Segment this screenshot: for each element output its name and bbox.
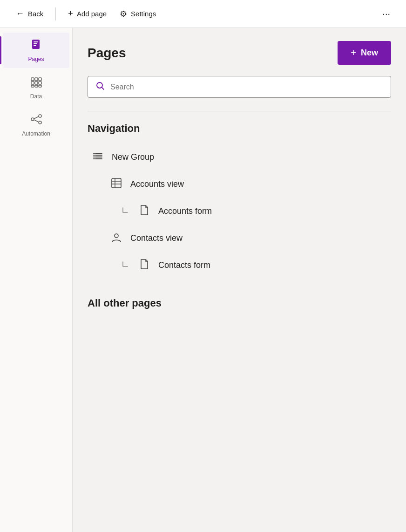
settings-label: Settings [131, 10, 156, 18]
svg-rect-6 [39, 78, 41, 81]
all-other-pages-section: All other pages [88, 297, 391, 309]
sidebar-item-data[interactable]: Data [3, 70, 69, 105]
svg-rect-3 [34, 45, 36, 46]
svg-rect-28 [112, 178, 121, 188]
contacts-form-label: Contacts form [158, 260, 210, 270]
search-input[interactable] [110, 83, 383, 91]
back-icon: ← [16, 9, 24, 19]
nav-item-contacts-view[interactable]: Contacts view [88, 225, 391, 252]
new-button-icon: + [351, 48, 356, 58]
back-label: Back [28, 10, 43, 18]
svg-rect-2 [34, 43, 37, 44]
add-page-label: Add page [77, 10, 107, 18]
nav-item-accounts-form[interactable]: Accounts form [88, 198, 391, 225]
svg-point-14 [39, 115, 41, 117]
svg-point-32 [115, 234, 118, 238]
all-other-pages-title: All other pages [88, 297, 391, 309]
pages-header: Pages + New [88, 41, 391, 65]
svg-rect-7 [31, 82, 34, 84]
sidebar-item-pages[interactable]: Pages [3, 33, 69, 68]
sidebar-data-label: Data [30, 93, 42, 100]
search-container [88, 76, 391, 98]
accounts-view-label: Accounts view [130, 179, 184, 189]
svg-line-19 [102, 88, 104, 90]
more-button[interactable]: ··· [378, 6, 395, 22]
svg-rect-9 [39, 82, 41, 84]
sidebar-item-automation[interactable]: Automation [3, 107, 69, 143]
svg-rect-11 [35, 85, 38, 87]
contacts-form-arrow-icon [121, 260, 130, 271]
pages-icon [30, 38, 43, 54]
section-divider [88, 111, 391, 111]
navigation-section: Navigation [88, 123, 391, 279]
content-area: Pages + New Navigation [73, 28, 406, 532]
navigation-title: Navigation [88, 123, 391, 135]
automation-icon [30, 113, 43, 129]
svg-rect-5 [35, 78, 38, 81]
svg-rect-4 [31, 78, 34, 81]
back-button[interactable]: ← Back [11, 6, 48, 21]
more-icon: ··· [382, 8, 390, 19]
new-button[interactable]: + New [338, 41, 391, 65]
nav-list: New Group Accounts view [88, 144, 391, 279]
add-page-icon: + [68, 9, 73, 19]
new-button-label: New [361, 48, 378, 58]
nav-item-new-group[interactable]: New Group [88, 144, 391, 171]
sidebar-pages-label: Pages [28, 56, 44, 62]
accounts-form-arrow-icon [121, 206, 130, 217]
nav-item-accounts-view[interactable]: Accounts view [88, 171, 391, 198]
sidebar: Pages Data [0, 28, 73, 532]
toolbar: ← Back + Add page ⚙ Settings ··· [0, 0, 406, 28]
main-layout: Pages Data [0, 28, 406, 532]
svg-rect-10 [31, 85, 34, 87]
svg-rect-1 [34, 41, 38, 42]
settings-icon: ⚙ [120, 9, 127, 19]
search-icon [95, 81, 105, 93]
accounts-form-label: Accounts form [158, 206, 212, 216]
list-icon [91, 150, 104, 164]
contacts-view-icon [110, 231, 123, 246]
sidebar-automation-label: Automation [22, 130, 50, 137]
nav-item-contacts-form[interactable]: Contacts form [88, 252, 391, 279]
svg-rect-8 [35, 82, 38, 84]
add-page-button[interactable]: + Add page [63, 6, 111, 21]
accounts-form-doc-icon [138, 205, 151, 218]
svg-line-16 [34, 116, 39, 119]
svg-point-15 [39, 121, 41, 124]
settings-button[interactable]: ⚙ Settings [115, 6, 161, 22]
svg-line-17 [34, 120, 39, 122]
contacts-form-doc-icon [138, 259, 151, 272]
new-group-label: New Group [112, 152, 154, 162]
svg-rect-12 [39, 85, 41, 87]
contacts-view-label: Contacts view [130, 233, 183, 243]
page-title: Pages [88, 46, 126, 61]
svg-point-13 [31, 118, 34, 121]
toolbar-divider [55, 7, 56, 20]
accounts-view-icon [110, 177, 123, 191]
data-icon [30, 75, 43, 91]
